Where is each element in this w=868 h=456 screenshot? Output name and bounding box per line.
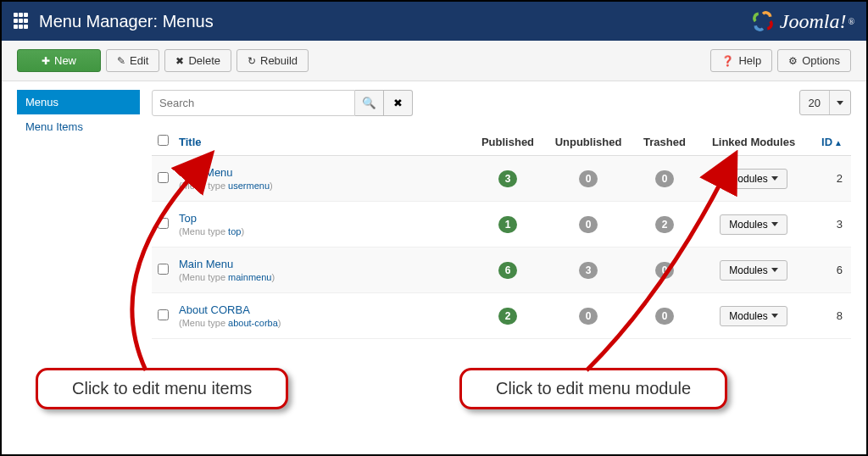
menu-type-link[interactable]: top [228, 226, 241, 236]
page-title: Menu Manager: Menus [39, 12, 751, 31]
search-button[interactable]: 🔍 [355, 90, 384, 116]
edit-button[interactable]: ✎ Edit [106, 49, 159, 72]
row-id: 2 [809, 156, 851, 202]
delete-button[interactable]: ✖ Delete [164, 49, 231, 72]
published-badge[interactable]: 2 [498, 308, 518, 325]
admin-header: Menu Manager: Menus Joomla!® [2, 2, 866, 41]
refresh-icon: ↻ [248, 55, 256, 67]
search-icon: 🔍 [362, 97, 376, 109]
row-id: 6 [809, 247, 851, 293]
menu-manager-icon [14, 13, 31, 30]
chevron-down-icon [829, 91, 850, 114]
help-button[interactable]: ❓ Help [710, 49, 772, 72]
col-trashed: Trashed [631, 128, 698, 156]
sort-asc-icon: ▲ [834, 138, 843, 147]
chevron-down-icon [771, 314, 778, 318]
options-button[interactable]: ⚙ Options [777, 49, 851, 72]
col-unpublished: Unpublished [546, 128, 631, 156]
col-linked: Linked Modules [698, 128, 809, 156]
menu-type-link[interactable]: usermenu [228, 181, 270, 191]
search-input[interactable] [152, 90, 355, 116]
x-icon: ✖ [175, 55, 184, 67]
published-badge[interactable]: 1 [498, 216, 518, 233]
search-row: 🔍 ✖ 20 [152, 90, 851, 116]
chevron-down-icon [771, 222, 778, 226]
rebuild-button[interactable]: ↻ Rebuild [236, 49, 309, 72]
published-badge[interactable]: 3 [498, 170, 518, 187]
question-icon: ❓ [721, 55, 734, 67]
menu-type-link[interactable]: mainmenu [228, 272, 271, 282]
plus-icon: ✚ [42, 55, 50, 67]
joomla-mark-icon [751, 9, 775, 33]
new-button[interactable]: ✚ New [17, 49, 101, 72]
chevron-down-icon [771, 176, 778, 181]
published-badge[interactable]: 6 [498, 262, 518, 279]
x-icon: ✖ [393, 97, 403, 109]
row-id: 8 [809, 293, 851, 339]
row-id: 3 [809, 202, 851, 247]
pencil-icon: ✎ [117, 55, 125, 67]
sidebar-item-menu-items[interactable]: Menu Items [17, 114, 140, 139]
col-title[interactable]: Title [174, 128, 470, 156]
joomla-logo: Joomla!® [751, 9, 854, 33]
col-published: Published [470, 128, 546, 156]
sidebar-item-menus[interactable]: Menus [17, 90, 140, 114]
limit-select[interactable]: 20 [799, 90, 851, 115]
gear-icon: ⚙ [788, 55, 798, 67]
toolbar: ✚ New ✎ Edit ✖ Delete ↻ Rebuild ❓ Help ⚙… [2, 41, 866, 81]
chevron-down-icon [771, 268, 778, 272]
select-all-checkbox[interactable] [158, 135, 169, 146]
annotation-arrow-right [561, 175, 748, 381]
annotation-arrow-left [53, 167, 222, 381]
menu-type-link[interactable]: about-corba [228, 318, 278, 328]
clear-search-button[interactable]: ✖ [384, 90, 413, 116]
col-id[interactable]: ID▲ [809, 128, 851, 156]
